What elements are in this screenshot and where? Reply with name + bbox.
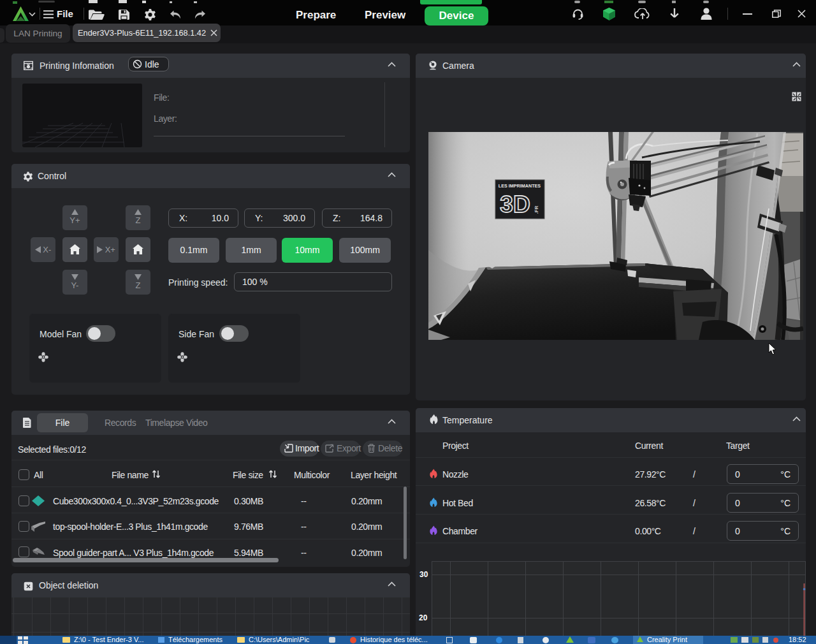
svg-text:.FR: .FR (534, 205, 539, 214)
svg-text:LES IMPRIMANTES: LES IMPRIMANTES (499, 183, 541, 189)
svg-text:3D: 3D (500, 191, 530, 217)
